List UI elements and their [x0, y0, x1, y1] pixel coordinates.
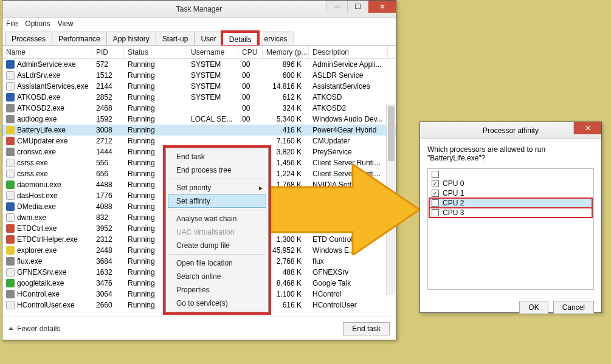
menu-item-end-task[interactable]: End task [168, 150, 266, 163]
tab-user[interactable]: User [194, 32, 223, 45]
process-user: SYSTEM [187, 71, 238, 80]
menu-item-properties[interactable]: Properties [168, 283, 266, 297]
affinity-title: Processor affinity [483, 126, 539, 135]
menu-item-create-dump-file[interactable]: Create dump file [168, 239, 266, 252]
process-pid: 2448 [92, 246, 124, 255]
process-icon [6, 71, 15, 80]
cancel-button[interactable]: Cancel [553, 301, 594, 314]
process-pid: 2712 [92, 137, 124, 145]
process-icon [6, 159, 15, 167]
maximize-button[interactable]: ☐ [347, 1, 368, 13]
process-name: audiodg.exe [17, 115, 57, 123]
process-icon [6, 104, 15, 112]
checkbox[interactable] [432, 209, 439, 216]
process-name: ETDCtrlHelper.exe [17, 235, 78, 244]
process-pid: 656 [92, 170, 124, 178]
col-username[interactable]: Username [187, 46, 238, 58]
menubar: File Options View [2, 18, 396, 30]
process-name: googletalk.exe [17, 279, 64, 287]
tab-app-history[interactable]: App history [106, 32, 156, 45]
process-cpu: 00 [238, 82, 263, 91]
cpu-row[interactable] [429, 170, 592, 179]
window-title: Task Manager [176, 5, 222, 13]
process-icon [6, 180, 15, 189]
checkbox[interactable] [432, 199, 439, 207]
menu-item-search-online[interactable]: Search online [168, 270, 266, 283]
table-row[interactable]: ATKOSD2.exe2468Running00324 KATKOSD2 [2, 103, 396, 114]
tab-processes[interactable]: Processes [5, 32, 52, 45]
table-row[interactable]: ATKOSD.exe2852RunningSYSTEM00612 KATKOSD [2, 92, 396, 103]
cpu-row[interactable]: CPU 2 [429, 198, 592, 208]
process-pid: 3476 [92, 279, 124, 287]
menu-item-analyse-wait-chain[interactable]: Analyse wait chain [168, 212, 266, 225]
col-memory[interactable]: Memory (p... [263, 46, 309, 58]
process-status: Running [124, 137, 187, 145]
scrollbar-thumb[interactable] [388, 106, 395, 161]
menu-item-set-affinity[interactable]: Set affinity [168, 194, 266, 208]
col-status[interactable]: Status [124, 46, 187, 58]
checkbox[interactable] [432, 180, 439, 187]
table-row[interactable]: AssistantServices.exe2144RunningSYSTEM00… [2, 81, 396, 92]
col-description[interactable]: Description [309, 46, 388, 58]
processor-affinity-dialog: Processor affinity ✕ Which processors ar… [419, 122, 602, 313]
menu-item-go-to-service-s-[interactable]: Go to service(s) [168, 297, 266, 310]
menu-separator [169, 210, 265, 210]
affinity-close-button[interactable]: ✕ [573, 122, 601, 134]
process-desc: PreyService [309, 148, 388, 156]
table-row[interactable]: BatteryLife.exe3008Running416 KPower4Gea… [2, 125, 396, 136]
tab-ervices[interactable]: ervices [257, 32, 294, 45]
col-cpu[interactable]: CPU [238, 46, 263, 58]
checkbox[interactable] [432, 171, 439, 178]
minimize-button[interactable]: ─ [326, 1, 347, 13]
menu-view[interactable]: View [58, 19, 74, 28]
process-cpu: 00 [238, 71, 263, 80]
table-row[interactable]: AdminService.exe572RunningSYSTEM00896 KA… [2, 59, 396, 70]
process-user: SYSTEM [187, 93, 238, 101]
menu-file[interactable]: File [6, 19, 18, 28]
process-icon [6, 126, 15, 134]
checkbox[interactable] [432, 190, 439, 197]
process-memory: 488 K [263, 268, 309, 276]
process-icon [6, 235, 15, 244]
menu-item-uac-virtualisation: UAC virtualisation [168, 225, 266, 239]
cpu-row[interactable]: CPU 3 [429, 208, 592, 218]
ok-button[interactable]: OK [519, 301, 548, 314]
col-pid[interactable]: PID [92, 46, 124, 58]
process-memory: 5,340 K [263, 115, 309, 123]
tab-start-up[interactable]: Start-up [156, 32, 195, 45]
process-pid: 832 [92, 213, 124, 222]
process-name: ATKOSD2.exe [17, 104, 64, 112]
process-pid: 3064 [92, 290, 124, 298]
process-desc: AdminService Appli... [309, 60, 388, 69]
table-row[interactable]: CMUpdater.exe2712Running7,160 KCMUpdater [2, 136, 396, 146]
table-row[interactable]: AsLdrSrv.exe1512RunningSYSTEM00600 KASLD… [2, 70, 396, 81]
tab-details[interactable]: Details [223, 32, 258, 46]
process-pid: 4088 [92, 202, 124, 211]
process-pid: 2468 [92, 104, 124, 112]
close-button[interactable]: ✕ [368, 1, 396, 13]
cpu-row[interactable]: CPU 0 [429, 179, 592, 188]
process-icon [6, 279, 15, 287]
col-name[interactable]: Name [2, 46, 92, 58]
process-pid: 1512 [92, 71, 124, 80]
fewer-details-button[interactable]: Fewer details [9, 325, 60, 333]
process-name: ATKOSD.exe [17, 93, 60, 101]
table-row[interactable]: audiodg.exe1592RunningLOCAL SE...005,340… [2, 114, 396, 125]
process-name: HControl.exe [17, 290, 60, 298]
end-task-button[interactable]: End task [343, 322, 390, 335]
process-icon [6, 290, 15, 298]
process-desc: HControlUser [309, 301, 388, 309]
menu-item-open-file-location[interactable]: Open file location [168, 256, 266, 270]
process-name: csrss.exe [17, 159, 48, 167]
process-pid: 3008 [92, 126, 124, 134]
cpu-row[interactable]: CPU 1 [429, 188, 592, 198]
process-name: dasHost.exe [17, 191, 58, 200]
menu-options[interactable]: Options [25, 19, 50, 28]
tab-performance[interactable]: Performance [52, 32, 107, 45]
menu-separator [169, 254, 265, 255]
menu-item-end-process-tree[interactable]: End process tree [168, 163, 266, 177]
process-desc: Google Talk [309, 279, 388, 287]
affinity-cpu-list[interactable]: CPU 0CPU 1CPU 2CPU 3 [427, 168, 594, 290]
menu-item-set-priority[interactable]: Set priority [168, 181, 266, 194]
process-icon [6, 115, 15, 123]
